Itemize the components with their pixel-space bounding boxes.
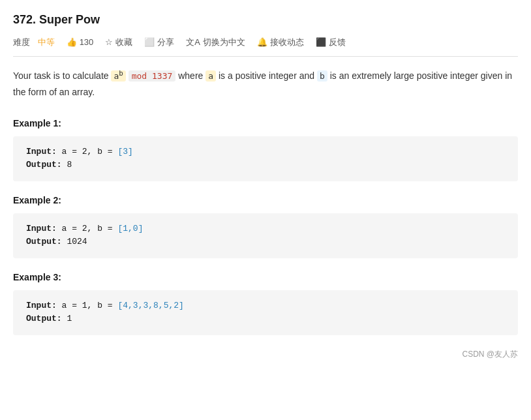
desc-mod-code: mod 1337 (129, 70, 176, 82)
example-3-output: Output: 1 (26, 312, 505, 326)
desc-ab: ab (111, 70, 125, 82)
collect-button[interactable]: ☆ 收藏 (105, 36, 132, 50)
example-3-input: Input: a = 1, b = [4,3,3,8,5,2] (26, 299, 505, 313)
desc-b-ref: b (317, 70, 327, 82)
star-icon: ☆ (105, 36, 113, 50)
page-title: 372. Super Pow (13, 10, 518, 29)
feedback-icon: ⬛ (316, 36, 326, 50)
page-container: 372. Super Pow 难度 中等 👍 130 ☆ 收藏 ⬜ 分享 文A … (0, 0, 531, 371)
example-2-title: Example 2: (13, 193, 518, 207)
like-count: 130 (80, 36, 94, 50)
difficulty-label: 难度 (13, 36, 30, 50)
switch-lang-label: 切换为中文 (203, 36, 245, 50)
example-2-output: Output: 1024 (26, 235, 505, 249)
example-1-output: Output: 8 (26, 158, 505, 172)
example-1-input: Input: a = 2, b = [3] (26, 145, 505, 159)
switch-lang-button[interactable]: 文A 切换为中文 (186, 36, 245, 50)
like-icon: 👍 (67, 36, 77, 50)
example-2: Example 2:Input: a = 2, b = [1,0]Output:… (13, 193, 518, 258)
desc-a-ref: a (205, 70, 216, 82)
desc-prefix: Your task is to calculate (13, 70, 111, 81)
translate-icon: 文A (186, 36, 200, 50)
share-icon: ⬜ (144, 36, 155, 50)
notify-button[interactable]: 🔔 接收动态 (257, 36, 304, 50)
example-2-input: Input: a = 2, b = [1,0] (26, 222, 505, 236)
share-button[interactable]: ⬜ 分享 (144, 36, 174, 50)
example-3-title: Example 3: (13, 270, 518, 284)
footer-note: CSDN @友人苏 (13, 348, 518, 361)
problem-description: Your task is to calculate ab mod 1337 wh… (13, 67, 518, 101)
desc-middle: is a positive integer and (216, 70, 317, 81)
collect-label: 收藏 (115, 36, 132, 50)
difficulty-value: 中等 (38, 36, 55, 50)
example-3: Example 3:Input: a = 1, b = [4,3,3,8,5,2… (13, 270, 518, 335)
example-2-block: Input: a = 2, b = [1,0]Output: 1024 (13, 213, 518, 259)
bell-icon: 🔔 (257, 36, 267, 50)
example-1-block: Input: a = 2, b = [3]Output: 8 (13, 136, 518, 182)
like-button[interactable]: 👍 130 (67, 36, 94, 50)
examples-container: Example 1:Input: a = 2, b = [3]Output: 8… (13, 116, 518, 335)
share-label: 分享 (157, 36, 174, 50)
feedback-label: 反馈 (329, 36, 346, 50)
meta-bar: 难度 中等 👍 130 ☆ 收藏 ⬜ 分享 文A 切换为中文 🔔 接收动态 ⬛ … (13, 36, 518, 57)
example-3-block: Input: a = 1, b = [4,3,3,8,5,2]Output: 1 (13, 290, 518, 336)
difficulty-item: 难度 中等 (13, 36, 55, 50)
example-1: Example 1:Input: a = 2, b = [3]Output: 8 (13, 116, 518, 181)
feedback-button[interactable]: ⬛ 反馈 (316, 36, 346, 50)
desc-where: where (175, 70, 205, 81)
example-1-title: Example 1: (13, 116, 518, 130)
superscript-b: b (119, 69, 123, 78)
notify-label: 接收动态 (270, 36, 304, 50)
